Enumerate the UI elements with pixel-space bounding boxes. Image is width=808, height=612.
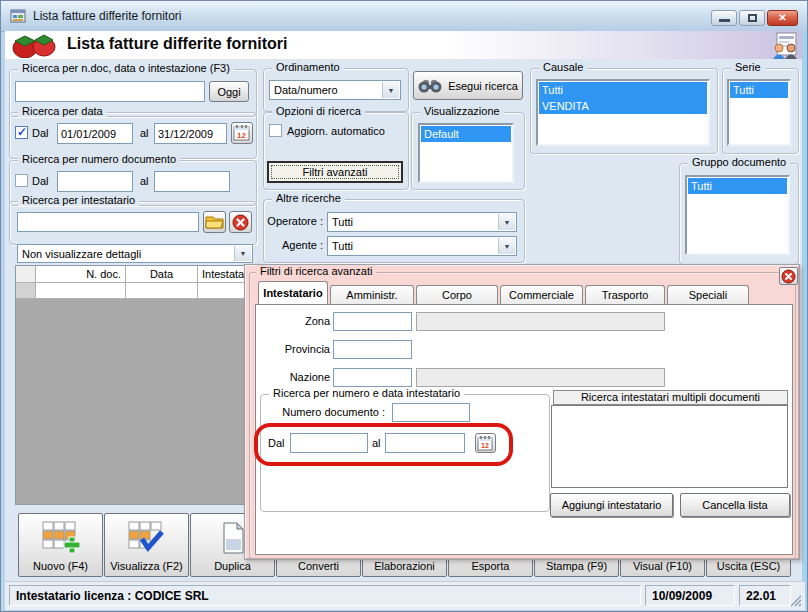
- today-button[interactable]: Oggi: [209, 81, 249, 102]
- dialog-title: Filtri di ricerca avanzati: [256, 265, 376, 277]
- gruppo-documento-listbox: Tutti: [685, 175, 790, 255]
- row-selector-cell[interactable]: [16, 283, 36, 299]
- cancel-icon: [232, 214, 249, 231]
- maximize-button[interactable]: [739, 10, 765, 26]
- version-cell: 22.01: [739, 585, 791, 606]
- toolbar-button-label: Duplica: [214, 560, 251, 572]
- date-from-label: Dal: [32, 127, 49, 139]
- causale-listbox: Tutti VENDITA: [536, 79, 710, 146]
- group-causale-label: Causale: [539, 61, 587, 73]
- table-header-intestatario[interactable]: Intestatario: [198, 266, 248, 283]
- dialog-close-button[interactable]: [779, 267, 798, 285]
- holder-search-input[interactable]: [17, 212, 199, 232]
- table-header-data[interactable]: Data: [126, 266, 198, 283]
- group-other-searches-label: Altre ricerche: [272, 192, 345, 204]
- date-from-checkbox[interactable]: [15, 126, 28, 139]
- operator-combo[interactable]: Tutti ▼: [327, 212, 517, 232]
- toolbar-button-visualizza[interactable]: Visualizza (F2): [104, 513, 189, 577]
- close-button[interactable]: ✕: [767, 10, 798, 26]
- date-from-input[interactable]: [57, 123, 133, 144]
- number-from-checkbox[interactable]: [15, 174, 28, 187]
- date-cell: 10/09/2009: [645, 585, 735, 606]
- list-item[interactable]: VENDITA: [539, 98, 707, 114]
- number-to-input[interactable]: [154, 171, 230, 192]
- list-item[interactable]: Tutti: [539, 82, 707, 98]
- number-from-input[interactable]: [57, 171, 133, 192]
- doc-search-input[interactable]: [15, 81, 205, 102]
- toolbar-button-nuovo[interactable]: Nuovo (F4): [18, 513, 103, 577]
- toolbar-button-label: Visualizza (F2): [110, 560, 183, 572]
- add-holder-button[interactable]: Aggiungi intestatario: [550, 493, 673, 517]
- zona-input[interactable]: [333, 312, 412, 331]
- operator-label: Operatore :: [259, 215, 323, 227]
- zona-label: Zona: [260, 315, 330, 327]
- browse-holder-button[interactable]: [203, 211, 226, 233]
- run-search-button[interactable]: Esegui ricerca: [413, 71, 523, 100]
- list-item[interactable]: Default: [421, 126, 511, 142]
- toolbar-button-label: Esporta: [472, 560, 510, 572]
- details-combo[interactable]: Non visualizzare dettagli ▼: [17, 244, 253, 263]
- chevron-down-icon: ▼: [382, 82, 399, 98]
- provincia-input[interactable]: [333, 340, 412, 359]
- calendar-button[interactable]: 12: [231, 122, 253, 144]
- provincia-label: Provincia: [260, 343, 330, 355]
- tab-corpo[interactable]: Corpo: [416, 285, 498, 304]
- calendar-icon: 12: [233, 124, 251, 142]
- chevron-down-icon: ▼: [234, 246, 251, 261]
- toolbar-button-label: Stampa (F9): [546, 560, 607, 572]
- numero-documento-input[interactable]: [392, 403, 470, 422]
- operator-combo-value: Tutti: [332, 216, 353, 228]
- table-row[interactable]: [16, 283, 248, 299]
- agent-combo[interactable]: Tutti ▼: [327, 236, 517, 256]
- clear-holder-button[interactable]: [229, 211, 252, 233]
- app-icon: [10, 8, 26, 24]
- tab-amministr[interactable]: Amministr.: [330, 285, 414, 304]
- strawberry-icon: [11, 33, 59, 58]
- dialog-date-from-input[interactable]: [290, 433, 368, 453]
- ordering-combo[interactable]: Data/numero ▼: [269, 80, 401, 100]
- agent-combo-value: Tutti: [332, 240, 353, 252]
- list-item[interactable]: Tutti: [688, 178, 787, 194]
- advanced-filters-dialog: Filtri di ricerca avanzati Intestatario …: [244, 264, 800, 560]
- toolbar-button-label: Elaborazioni: [374, 560, 435, 572]
- date-to-input[interactable]: [154, 123, 227, 144]
- maximize-icon: [748, 14, 757, 22]
- folder-icon: [205, 214, 224, 230]
- list-item[interactable]: Tutti: [730, 82, 788, 98]
- chevron-down-icon: ▼: [498, 214, 515, 230]
- table-header-ndoc[interactable]: N. doc.: [36, 266, 126, 283]
- page-title: Lista fatture differite fornitori: [67, 35, 287, 53]
- numero-documento-label: Numero documento :: [282, 406, 385, 418]
- tab-commerciale[interactable]: Commerciale: [500, 285, 583, 304]
- group-number-search-label: Ricerca per numero documento: [18, 153, 180, 165]
- clear-list-button[interactable]: Cancella lista: [680, 493, 790, 517]
- minimize-button[interactable]: [711, 10, 737, 26]
- dialog-calendar-button[interactable]: 12: [475, 433, 496, 453]
- advanced-filters-button[interactable]: Filtri avanzati: [267, 161, 403, 183]
- window-frame-right: [802, 31, 808, 609]
- dialog-close-icon: [781, 269, 796, 284]
- group-visualization-label: Visualizzazione: [420, 105, 504, 117]
- ordering-combo-value: Data/numero: [274, 84, 338, 96]
- header-bar: Lista fatture differite fornitori: [5, 31, 805, 59]
- toolbar-button-label: Converti: [298, 560, 339, 572]
- results-table: N. doc. Data Intestatario: [15, 265, 249, 505]
- app-window: Lista fatture differite fornitori ✕ List…: [0, 0, 808, 612]
- group-date-search-label: Ricerca per data: [18, 105, 107, 117]
- auto-refresh-checkbox[interactable]: [269, 124, 282, 137]
- view-grid-check-icon: [128, 521, 166, 555]
- resize-grip[interactable]: [790, 595, 803, 608]
- multi-holder-list[interactable]: [551, 405, 788, 488]
- toolbar-button-label: Nuovo (F4): [33, 560, 88, 572]
- tab-intestatario[interactable]: Intestatario: [258, 281, 328, 304]
- number-to-label: al: [140, 175, 149, 187]
- people-document-icon[interactable]: [769, 32, 799, 59]
- calendar-icon: 12: [477, 435, 494, 452]
- visualization-listbox: Default: [418, 123, 514, 183]
- table-header-selector[interactable]: [16, 266, 36, 283]
- auto-refresh-label: Aggiorn. automatico: [287, 125, 385, 137]
- dialog-date-to-input[interactable]: [385, 433, 465, 453]
- nazione-input[interactable]: [333, 368, 412, 387]
- tab-trasporto[interactable]: Trasporto: [585, 285, 665, 304]
- tab-speciali[interactable]: Speciali: [667, 285, 749, 304]
